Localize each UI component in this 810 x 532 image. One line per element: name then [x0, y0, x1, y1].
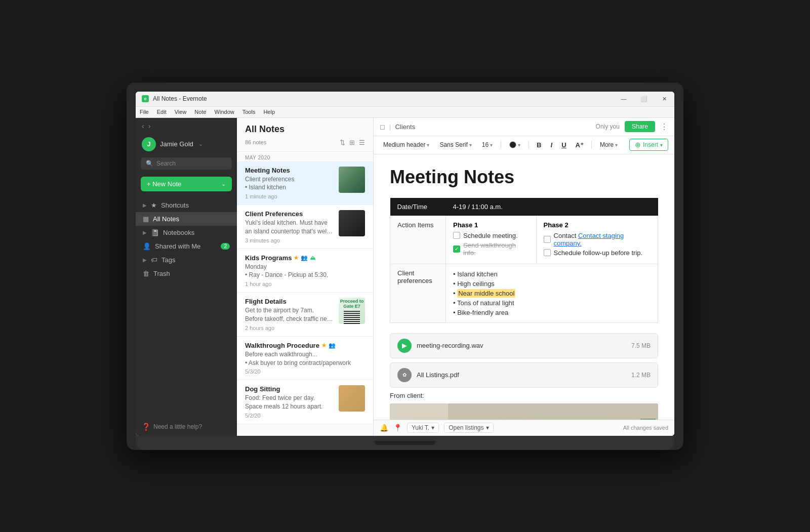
note-content: Flight Details Get to the airport by 7am… — [245, 298, 334, 331]
color-dropdown[interactable]: ▾ — [506, 139, 524, 150]
open-listings-button[interactable]: Open listings ▾ — [444, 423, 493, 433]
note-item[interactable]: Client Preferences Yuki's ideal kitchen.… — [237, 205, 373, 249]
sidebar-item-trash[interactable]: 🗑 Trash — [136, 267, 237, 280]
svg-rect-0 — [390, 403, 658, 420]
location-icon[interactable]: 📍 — [393, 424, 402, 432]
more-dropdown[interactable]: More ▾ — [596, 139, 621, 150]
bold-button[interactable]: B — [534, 140, 544, 150]
menu-note[interactable]: Note — [194, 109, 206, 115]
sidebar-item-shortcuts[interactable]: ▶ ★ Shortcuts — [136, 198, 237, 212]
sort-icon[interactable]: ⇅ — [340, 139, 345, 146]
format-chevron-icon: ▾ — [427, 142, 429, 148]
search-box[interactable]: 🔍 Search — [141, 157, 232, 170]
sidebar-item-label: Trash — [153, 270, 170, 277]
note-item[interactable]: Walkthrough Procedure ★ 👥 Before each wa… — [237, 337, 373, 381]
user-profile[interactable]: J Jamie Gold ⌄ — [136, 134, 237, 154]
more-options-icon[interactable]: ⋮ — [660, 122, 668, 132]
client-prefs-list: Island kitchen High ceilings Near middle… — [453, 269, 651, 317]
format-dropdown[interactable]: Medium header ▾ — [380, 139, 433, 150]
close-button[interactable]: ✕ — [654, 92, 674, 107]
checkbox-label: Schedule follow-up before trip. — [554, 249, 643, 257]
sidebar-item-tags[interactable]: ▶ 🏷 Tags — [136, 253, 237, 267]
star-icon: ★ — [321, 342, 327, 349]
table-header-datetime: 4-19 / 11:00 a.m. — [446, 198, 658, 216]
note-item[interactable]: Meeting Notes Client preferences• Island… — [237, 161, 373, 206]
shared-badge: 2 — [221, 243, 230, 250]
checkbox-followup[interactable] — [544, 249, 551, 256]
menu-view[interactable]: View — [175, 109, 187, 115]
pdf-attachment[interactable]: ✿ All Listings.pdf 1.2 MB — [390, 362, 658, 388]
expand-icon: ▶ — [143, 257, 147, 263]
checkbox-walkthrough[interactable]: ✓ — [453, 245, 460, 253]
note-item[interactable]: Dog Sitting Food: Feed twice per day. Sp… — [237, 380, 373, 424]
note-thumbnail: Proceed toGate E7 — [339, 298, 365, 324]
font-dropdown[interactable]: Sans Serif ▾ — [436, 139, 475, 150]
list-item: Island kitchen — [453, 269, 651, 279]
filter-icon[interactable]: ⊞ — [349, 139, 355, 146]
action-items-label: Action Items — [390, 216, 446, 264]
layout-icon[interactable]: ☰ — [359, 139, 365, 146]
breadcrumb-separator: | — [389, 123, 391, 131]
maximize-button[interactable]: ⬜ — [634, 92, 654, 107]
client-prefs-label: Client preferences — [390, 264, 446, 322]
menu-help[interactable]: Help — [263, 109, 275, 115]
checkbox-schedule[interactable] — [453, 232, 460, 239]
sidebar-item-notebooks[interactable]: ▶ 📓 Notebooks — [136, 226, 237, 239]
insert-chevron-icon: ▾ — [660, 142, 663, 148]
share-button[interactable]: Share — [625, 121, 655, 132]
checkbox-contact[interactable] — [544, 236, 551, 243]
from-client-label: From client: — [390, 392, 658, 399]
pdf-icon: ✿ — [397, 368, 412, 382]
staging-company-link[interactable]: Contact staging company. — [554, 232, 624, 247]
note-title: Client Preferences — [245, 210, 334, 218]
help-icon: ❓ — [142, 423, 150, 431]
menu-file[interactable]: File — [140, 109, 149, 115]
people-icon: 👥 — [329, 342, 336, 349]
menu-window[interactable]: Window — [215, 109, 234, 115]
attachment-name: meeting-recording.wav — [417, 342, 626, 349]
toolbar-separator — [529, 141, 529, 149]
forward-arrow-icon[interactable]: › — [148, 122, 151, 130]
size-dropdown[interactable]: 16 ▾ — [478, 139, 496, 150]
note-title-heading[interactable]: Meeting Notes — [390, 167, 658, 188]
highlight-button[interactable]: A⁺ — [573, 140, 587, 150]
new-note-label: + New Note — [147, 180, 218, 188]
sidebar-item-all-notes[interactable]: ▦ All Notes — [136, 212, 237, 226]
user-assignee-button[interactable]: Yuki T. ▾ — [407, 423, 439, 433]
highlighted-text: Near middle school — [457, 289, 515, 298]
note-preview: Get to the airport by 7am.Before takeoff… — [245, 306, 334, 323]
notes-panel-title: All Notes — [245, 124, 365, 135]
help-section[interactable]: ❓ Need a little help? — [136, 418, 237, 436]
new-note-button[interactable]: + New Note ⌄ — [141, 177, 232, 191]
note-content: Kids Programs ★ 👥 ⛰ Monday• Ray - Dance … — [245, 254, 365, 288]
menu-edit[interactable]: Edit — [157, 109, 167, 115]
breadcrumb-notebook[interactable]: Clients — [395, 123, 415, 131]
back-arrow-icon[interactable]: ‹ — [142, 122, 144, 130]
sidebar-item-shared[interactable]: 👤 Shared with Me 2 — [136, 239, 237, 253]
insert-button[interactable]: ⊕ Insert ▾ — [629, 139, 668, 151]
note-item[interactable]: Flight Details Get to the airport by 7am… — [237, 293, 373, 337]
note-item[interactable]: Kids Programs ★ 👥 ⛰ Monday• Ray - Dance … — [237, 249, 373, 293]
listings-chevron-icon: ▾ — [486, 424, 489, 431]
underline-button[interactable]: U — [558, 140, 569, 150]
minimize-button[interactable]: — — [614, 92, 634, 107]
all-notes-icon: ▦ — [143, 215, 149, 223]
shortcuts-icon: ★ — [151, 201, 157, 209]
sidebar-item-label: Shortcuts — [161, 201, 189, 209]
notification-icon[interactable]: 🔔 — [380, 424, 388, 432]
note-time: 5/2/20 — [245, 413, 334, 419]
people-icon: 👥 — [301, 255, 308, 261]
notebooks-icon: 📓 — [151, 229, 159, 236]
note-title: Meeting Notes — [245, 167, 334, 174]
menu-tools[interactable]: Tools — [242, 109, 256, 115]
client-prefs-cell: Island kitchen High ceilings Near middle… — [446, 264, 658, 322]
note-thumbnail — [339, 210, 365, 236]
audio-attachment[interactable]: ▶ meeting-recording.wav 7.5 MB — [390, 333, 658, 358]
italic-button[interactable]: I — [548, 140, 556, 150]
meeting-table: Date/Time 4-19 / 11:00 a.m. Action Items… — [390, 198, 658, 323]
note-preview: Before each walkthrough...• Ask buyer to… — [245, 350, 365, 367]
note-info-icon[interactable]: ◻ — [380, 123, 385, 131]
mountain-icon: ⛰ — [310, 255, 315, 261]
play-icon: ▶ — [397, 339, 412, 353]
avatar: J — [142, 137, 156, 151]
